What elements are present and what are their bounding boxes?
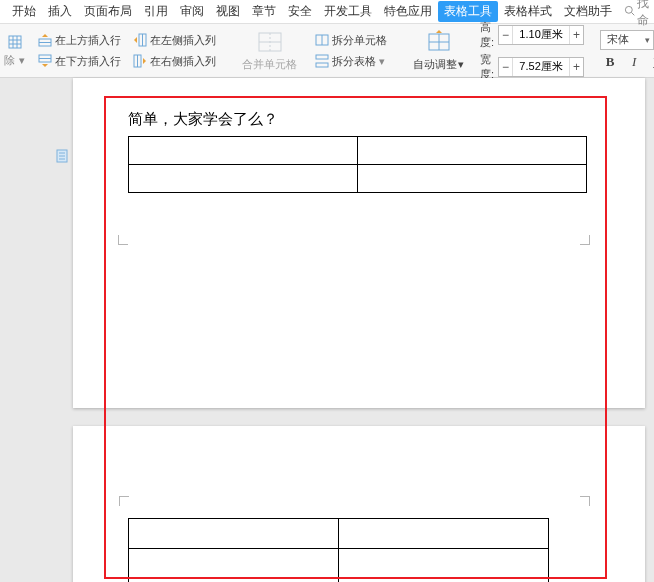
crop-mark-icon [580, 496, 590, 506]
svg-rect-20 [316, 55, 328, 59]
italic-button[interactable]: I [624, 52, 644, 72]
table-row[interactable] [129, 579, 549, 583]
autofit-label: 自动调整 [413, 57, 457, 72]
bold-button[interactable]: B [600, 52, 620, 72]
body-text[interactable]: 简单，大家学会了么？ [128, 110, 278, 129]
insert-row-above-button[interactable]: 在上方插入行 [34, 31, 125, 50]
delete-dropdown[interactable] [4, 33, 26, 51]
page-1[interactable]: 简单，大家学会了么？ [73, 78, 645, 408]
menu-review[interactable]: 审阅 [174, 1, 210, 22]
table-row[interactable] [129, 137, 587, 165]
split-cells-icon [315, 33, 329, 47]
insert-row-above-icon [38, 33, 52, 47]
insert-col-right-label: 在右侧插入列 [150, 54, 216, 69]
page-gutter-icon[interactable] [56, 149, 68, 163]
row-height-spinner[interactable]: − + [498, 25, 584, 45]
height-label: 高度: [480, 20, 494, 50]
crop-mark-icon [118, 235, 128, 245]
svg-point-0 [625, 6, 632, 13]
table-row[interactable] [129, 165, 587, 193]
width-label: 宽度: [480, 52, 494, 82]
chevron-down-icon: ▾ [458, 58, 464, 71]
svg-line-1 [632, 12, 635, 15]
menu-security[interactable]: 安全 [282, 1, 318, 22]
table-2[interactable] [128, 518, 549, 582]
height-input[interactable] [513, 26, 569, 44]
insert-row-above-label: 在上方插入行 [55, 33, 121, 48]
table-toolbar: 除▾ 在上方插入行 在左侧插入列 在下方插入行 在右侧插入列 [0, 24, 654, 78]
insert-col-right-icon [133, 54, 147, 68]
insert-col-right-button[interactable]: 在右侧插入列 [129, 52, 220, 71]
menu-page-layout[interactable]: 页面布局 [78, 1, 138, 22]
page-2[interactable] [73, 426, 645, 582]
document-canvas: 简单，大家学会了么？ [0, 78, 654, 582]
col-width-spinner[interactable]: − + [498, 57, 584, 77]
crop-mark-icon [119, 496, 129, 506]
table-row[interactable] [129, 519, 549, 549]
chevron-down-icon: ▾ [19, 54, 25, 67]
height-minus-button[interactable]: − [499, 26, 513, 44]
merge-cells-icon [257, 29, 283, 55]
underline-button[interactable]: U [648, 52, 654, 72]
split-cells-button[interactable]: 拆分单元格 [311, 31, 391, 50]
merge-cells-label: 合并单元格 [242, 57, 297, 72]
crop-mark-icon [580, 235, 590, 245]
menu-devtools[interactable]: 开发工具 [318, 1, 378, 22]
width-plus-button[interactable]: + [569, 58, 583, 76]
insert-col-left-icon [133, 33, 147, 47]
menu-insert[interactable]: 插入 [42, 1, 78, 22]
autofit-button[interactable]: 自动调整▾ [407, 27, 470, 74]
search-icon [624, 5, 635, 19]
insert-col-left-button[interactable]: 在左侧插入列 [129, 31, 220, 50]
split-table-label: 拆分表格 [332, 54, 376, 69]
font-family-select[interactable]: 宋体 [600, 30, 654, 50]
merge-cells-button: 合并单元格 [236, 27, 303, 74]
menu-start[interactable]: 开始 [6, 1, 42, 22]
width-input[interactable] [513, 58, 569, 76]
menu-special-apps[interactable]: 特色应用 [378, 1, 438, 22]
insert-row-below-label: 在下方插入行 [55, 54, 121, 69]
grid-icon [8, 35, 22, 49]
autofit-icon [426, 29, 452, 55]
insert-row-below-button[interactable]: 在下方插入行 [34, 52, 125, 71]
table-1[interactable] [128, 136, 587, 193]
svg-rect-21 [316, 63, 328, 67]
menu-references[interactable]: 引用 [138, 1, 174, 22]
menu-view[interactable]: 视图 [210, 1, 246, 22]
height-plus-button[interactable]: + [569, 26, 583, 44]
width-minus-button[interactable]: − [499, 58, 513, 76]
split-cells-label: 拆分单元格 [332, 33, 387, 48]
split-table-icon [315, 54, 329, 68]
menu-chapter[interactable]: 章节 [246, 1, 282, 22]
insert-row-below-icon [38, 54, 52, 68]
table-row[interactable] [129, 549, 549, 579]
chevron-down-icon: ▾ [379, 55, 385, 68]
insert-col-left-label: 在左侧插入列 [150, 33, 216, 48]
delete-label: 除 [4, 53, 15, 68]
svg-rect-2 [9, 36, 21, 48]
split-table-button[interactable]: 拆分表格▾ [311, 52, 391, 71]
